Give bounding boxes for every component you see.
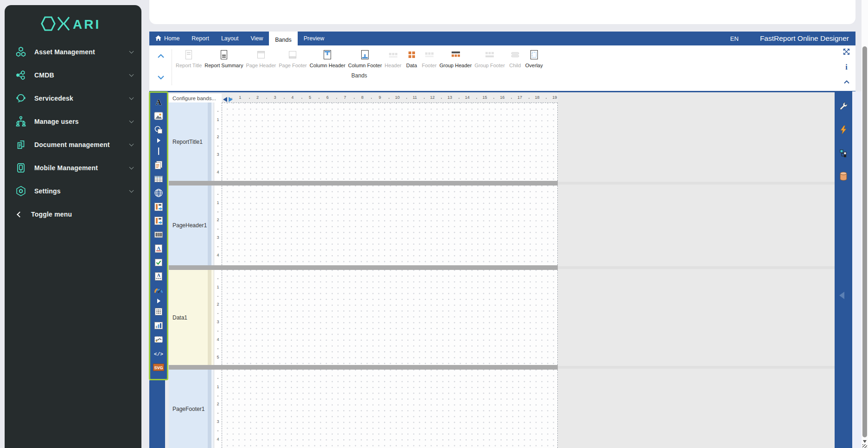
collapse-panel-icon[interactable]	[838, 291, 845, 302]
sidebar-item-settings[interactable]: Settings	[5, 179, 141, 203]
report-tree-icon[interactable]	[839, 149, 848, 159]
band-page[interactable]	[222, 270, 558, 365]
toolbox-barcode-icon[interactable]	[150, 228, 167, 242]
band-page[interactable]	[222, 102, 558, 181]
band-resize-handle[interactable]	[169, 265, 835, 270]
scroll-left-icon[interactable]	[223, 96, 227, 101]
svg-text:SVG: SVG	[154, 365, 163, 370]
scroll-down-icon[interactable]	[157, 73, 165, 82]
scrollbar-down-button[interactable]	[863, 440, 867, 443]
column-footer-icon	[359, 49, 370, 60]
toolbox-checkbox-icon[interactable]	[150, 256, 167, 269]
band-button-report-title: Report Title	[174, 48, 203, 69]
toolbox-globe-icon[interactable]	[150, 186, 167, 200]
hexagons-icon	[15, 46, 27, 58]
home-icon	[155, 35, 161, 42]
toolbox-matrix-icon[interactable]	[150, 305, 167, 319]
chevron-left-icon	[17, 211, 23, 218]
ruler-tick: 4	[214, 170, 222, 174]
toolbox-svg-icon[interactable]: SVG	[150, 360, 167, 374]
toolbox-crosstab2-icon[interactable]	[150, 214, 167, 228]
tab-layout[interactable]: Layout	[215, 32, 245, 45]
documents-icon	[15, 139, 27, 151]
ruler-tick: 4	[214, 337, 222, 342]
band-page[interactable]	[222, 186, 558, 265]
sidebar-item-label: Document management	[34, 141, 110, 148]
svg-text:A: A	[156, 98, 162, 107]
ruler-dot	[511, 98, 512, 99]
collapse-ribbon-icon[interactable]	[843, 77, 850, 86]
sidebar-item-label: Mobile Management	[34, 164, 98, 172]
band-button-report-summary[interactable]: Report Summary	[203, 48, 244, 69]
toolbox-picture-icon[interactable]	[150, 109, 167, 123]
toolbox-gauge-icon[interactable]	[150, 283, 167, 297]
lightning-icon[interactable]	[839, 125, 848, 136]
ruler-dot	[336, 98, 337, 99]
sidebar-item-mobile-management[interactable]: Mobile Management	[5, 156, 141, 179]
tab-preview[interactable]: Preview	[298, 32, 330, 45]
configure-bands-button[interactable]: Configure bands...	[169, 94, 222, 102]
top-card	[149, 0, 855, 24]
band-label-pageheader1[interactable]: PageHeader1	[169, 186, 208, 265]
band-label-reporttitle1[interactable]: ReportTitle1	[169, 102, 208, 181]
tab-report[interactable]: Report	[185, 32, 215, 45]
sidebar-item-cmdb[interactable]: CMDB	[5, 64, 141, 87]
toolbox-code-icon[interactable]: </>	[150, 346, 167, 360]
vertical-ruler: 12345	[214, 270, 222, 365]
band-button-label: Data	[406, 63, 417, 68]
band-button-overlay[interactable]: Overlay	[524, 48, 544, 69]
toolbox-signature-icon[interactable]	[150, 333, 167, 346]
ruler-tick: 3	[214, 235, 222, 240]
band-page[interactable]	[222, 370, 558, 448]
toolbox-line-icon[interactable]	[150, 144, 167, 158]
svg-text:</>: </>	[154, 352, 163, 357]
scrollbar-thumb[interactable]	[862, 46, 867, 437]
toolbox-table-icon[interactable]	[150, 172, 167, 186]
band-resize-handle[interactable]	[169, 181, 835, 186]
toolbox-chart-icon[interactable]	[150, 319, 167, 333]
toolbox-shapes-icon[interactable]	[150, 123, 167, 137]
toggle-menu-button[interactable]: Toggle menu	[5, 203, 141, 226]
database-icon[interactable]	[839, 172, 848, 183]
sidebar-item-asset-management[interactable]: Asset Management	[5, 40, 141, 64]
language-selector[interactable]: EN	[730, 35, 739, 42]
expand-icon[interactable]	[843, 48, 850, 57]
page-scrollbar[interactable]	[862, 0, 868, 448]
band-edge-strip	[208, 186, 211, 265]
toolbox-text-icon[interactable]: A	[150, 95, 167, 109]
ruler-dot	[284, 98, 285, 99]
toolbox-text-format-icon[interactable]: A	[150, 269, 167, 283]
tab-label: View	[250, 35, 263, 42]
ruler-tick: 15	[481, 95, 489, 100]
toggle-menu-label: Toggle menu	[31, 211, 72, 218]
report-title-icon	[183, 49, 194, 60]
ruler-tick: 1	[236, 95, 244, 100]
band-button-column-header[interactable]: Column Header	[308, 48, 347, 69]
toolbox-flyout-arrow-icon[interactable]	[150, 137, 167, 144]
toolbox-rail	[149, 380, 165, 448]
sidebar-item-manage-users[interactable]: Manage users	[5, 110, 141, 133]
band-label-pagefooter1[interactable]: PageFooter1	[169, 370, 208, 448]
toolbox-subreport-icon[interactable]	[150, 158, 167, 172]
info-icon[interactable]: i	[845, 63, 847, 71]
band-label-data1[interactable]: Data1	[169, 270, 208, 365]
chevron-down-icon	[129, 165, 134, 169]
wrench-icon[interactable]	[839, 102, 848, 113]
toolbox-crosstab-icon[interactable]	[150, 200, 167, 214]
sidebar-item-document-management[interactable]: Document management	[5, 133, 141, 156]
band-button-page-footer: Page Footer	[277, 48, 308, 69]
band-resize-handle[interactable]	[169, 365, 835, 370]
ruler-dot	[493, 98, 494, 99]
scroll-right-icon[interactable]	[229, 96, 233, 101]
sidebar-item-servicedesk[interactable]: Servicedesk	[5, 87, 141, 110]
ruler-dot	[529, 98, 530, 99]
toolbox-flyout-arrow-icon[interactable]	[150, 297, 167, 305]
ruler-dot	[217, 211, 218, 212]
scroll-up-icon[interactable]	[157, 52, 165, 60]
tab-home[interactable]: Home	[149, 32, 185, 45]
toolbox-richtext-icon[interactable]: A	[150, 242, 167, 256]
tab-view[interactable]: View	[244, 32, 269, 45]
band-button-data[interactable]: Data	[403, 48, 421, 69]
band-button-group-header[interactable]: Group Header	[438, 48, 473, 69]
band-button-column-footer[interactable]: Column Footer	[347, 48, 383, 69]
